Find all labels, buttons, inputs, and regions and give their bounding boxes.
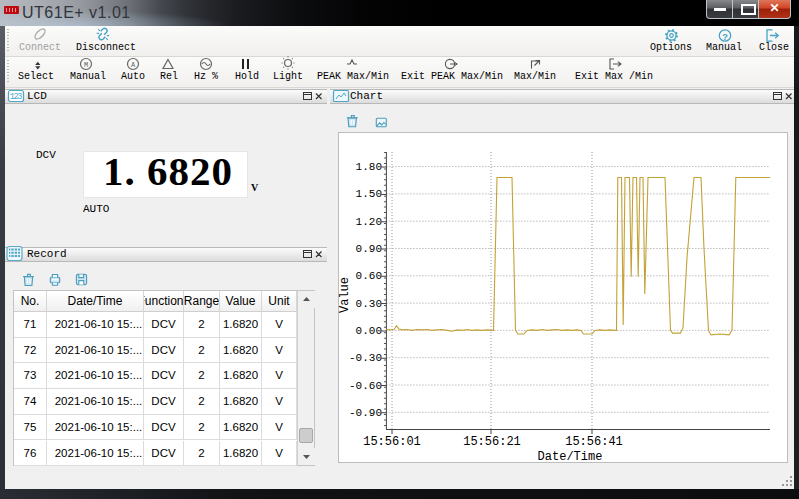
svg-text:123: 123: [10, 92, 22, 102]
svg-text:Value: Value: [338, 277, 352, 313]
svg-text:M: M: [84, 61, 88, 69]
svg-text:-0.60: -0.60: [349, 380, 382, 392]
svg-text:0.90: 0.90: [356, 243, 382, 255]
svg-text:-0.30: -0.30: [349, 352, 382, 364]
svg-text:15:56:21: 15:56:21: [463, 435, 521, 449]
svg-text:1.20: 1.20: [356, 216, 382, 228]
svg-text:-0.90: -0.90: [349, 407, 382, 419]
svg-text:Date/Time: Date/Time: [538, 450, 603, 463]
svg-text:?: ?: [722, 32, 728, 43]
svg-text:0.30: 0.30: [356, 298, 382, 310]
svg-text:A: A: [131, 61, 136, 69]
svg-text:15:56:01: 15:56:01: [363, 435, 421, 449]
svg-text:1.80: 1.80: [356, 161, 382, 173]
svg-text:15:56:41: 15:56:41: [565, 435, 623, 449]
svg-text:0.60: 0.60: [356, 270, 382, 282]
svg-text:0.00: 0.00: [356, 325, 382, 337]
svg-text:1.50: 1.50: [356, 188, 382, 200]
